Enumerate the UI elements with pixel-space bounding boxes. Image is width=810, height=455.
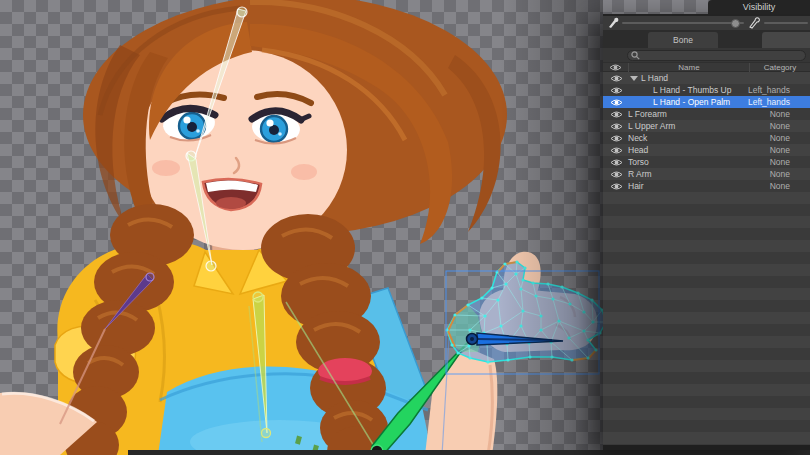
visibility-panel: Bone Name Category L H — [603, 14, 810, 450]
table-row-neck[interactable]: Neck None — [603, 132, 810, 144]
table-row-torso[interactable]: Torso None — [603, 156, 810, 168]
visibility-column-eye-icon[interactable] — [603, 63, 628, 72]
eye-icon[interactable] — [610, 74, 623, 83]
foldout-triangle-icon[interactable] — [630, 76, 638, 81]
opacity-toolbar — [603, 16, 810, 30]
sprite-list: L Hand L Hand - Thumbs Up Left_hands L H… — [603, 72, 810, 445]
table-row-l-upper-arm[interactable]: L Upper Arm None — [603, 120, 810, 132]
table-row-thumbs-up[interactable]: L Hand - Thumbs Up Left_hands — [603, 84, 810, 96]
eye-icon[interactable] — [610, 86, 623, 95]
eye-icon[interactable] — [610, 98, 623, 107]
tab-sprite-partial[interactable] — [762, 32, 810, 48]
eye-icon[interactable] — [610, 122, 623, 131]
visibility-panel-title[interactable]: Visibility — [708, 0, 810, 14]
table-row-open-palm-selected[interactable]: L Hand - Open Palm Left_hands — [603, 96, 810, 108]
search-input[interactable] — [640, 51, 805, 60]
table-header: Name Category — [603, 62, 810, 72]
table-row-head[interactable]: Head None — [603, 144, 810, 156]
table-row-hair[interactable]: Hair None — [603, 180, 810, 192]
bone-opacity-slider[interactable] — [622, 22, 744, 24]
eye-icon[interactable] — [610, 170, 623, 179]
eye-icon[interactable] — [610, 146, 623, 155]
skinning-editor-window: Visibility Bone — [0, 0, 810, 455]
search-icon — [631, 51, 640, 60]
table-row-l-hand[interactable]: L Hand — [603, 72, 810, 84]
eye-icon[interactable] — [610, 110, 623, 119]
eye-icon[interactable] — [610, 134, 623, 143]
eye-icon[interactable] — [610, 182, 623, 191]
bone-opacity-handle[interactable] — [731, 19, 740, 28]
column-header-name[interactable]: Name — [628, 63, 749, 72]
table-row-r-arm[interactable]: R Arm None — [603, 168, 810, 180]
search-field[interactable] — [627, 50, 806, 61]
table-row-l-forearm[interactable]: L Forearm None — [603, 108, 810, 120]
mesh-opacity-slider[interactable] — [764, 22, 808, 24]
bone-icon — [607, 17, 619, 29]
visibility-tab-bar: Bone — [603, 30, 810, 48]
bone-icon — [748, 17, 760, 29]
eye-icon[interactable] — [610, 158, 623, 167]
search-row — [603, 48, 810, 62]
column-header-category[interactable]: Category — [749, 63, 810, 72]
tab-bone[interactable]: Bone — [648, 32, 718, 48]
canvas-bottom-edge — [128, 450, 810, 455]
